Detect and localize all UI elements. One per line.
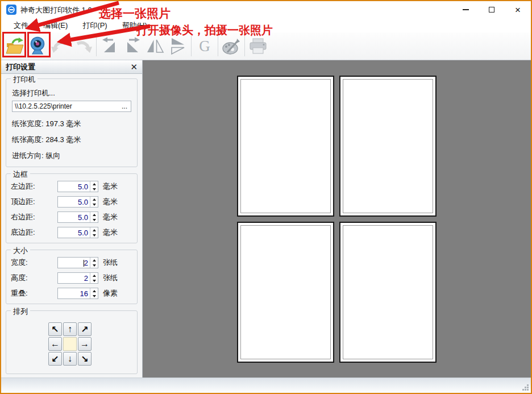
height-row: 高度: 2 张纸: [11, 272, 132, 284]
rotate-left-button[interactable]: [98, 34, 121, 58]
overlap-row: 重叠: 16 像素: [11, 288, 132, 299]
margins-group: 边框 左边距: 5.0 毫米 顶边距: 5.0: [6, 173, 138, 243]
preview-page-4: [339, 222, 437, 363]
toolbar-separator: [244, 36, 245, 56]
redo-button[interactable]: [72, 34, 94, 58]
spin-down-button[interactable]: [90, 202, 98, 207]
spin-down-button[interactable]: [90, 293, 98, 298]
panel-header: 打印设置 ✕: [1, 60, 142, 74]
arrange-right-button[interactable]: →: [78, 337, 92, 351]
page-margin-guide: [343, 225, 433, 359]
rotate-left-icon: [101, 37, 119, 55]
print-settings-panel: 打印设置 ✕ 打印机 选择打印机... \\10.2.5.225\printer…: [1, 60, 143, 378]
spin-up-button[interactable]: [90, 258, 98, 263]
paper-height-row: 纸张高度: 284.3 毫米: [12, 135, 131, 145]
margins-group-caption: 边框: [11, 169, 30, 180]
minimize-button[interactable]: [452, 1, 479, 18]
redo-icon: [73, 37, 93, 55]
print-button[interactable]: [247, 34, 269, 58]
panel-close-icon[interactable]: ✕: [130, 62, 138, 72]
maximize-icon: [489, 7, 494, 13]
arrange-up-right-button[interactable]: ↗: [78, 322, 92, 336]
page-margin-guide: [240, 225, 331, 359]
size-group-caption: 大小: [11, 246, 30, 256]
arrange-up-button[interactable]: ↑: [63, 322, 77, 336]
main-area: 打印设置 ✕ 打印机 选择打印机... \\10.2.5.225\printer…: [1, 60, 531, 378]
top-margin-field[interactable]: 5.0: [57, 196, 98, 208]
spin-down-button[interactable]: [90, 217, 98, 222]
open-camera-button[interactable]: [26, 34, 49, 58]
menu-help[interactable]: 帮助(H): [117, 19, 153, 32]
app-window: 神奇大图打印软件 1.0 × 文件 编辑(E) 打印(P) 帮助(H): [0, 0, 532, 394]
printer-group: 打印机 选择打印机... \\10.2.5.225\printer ... 纸张…: [6, 78, 138, 167]
browse-printer-button[interactable]: ...: [120, 102, 128, 110]
select-printer-link[interactable]: 选择打印机...: [12, 88, 131, 98]
arrange-group-caption: 排列: [11, 306, 30, 317]
right-margin-field[interactable]: 5.0: [57, 211, 98, 223]
spin-down-button[interactable]: [90, 233, 98, 238]
toolbar: G: [1, 32, 531, 60]
arrange-left-button[interactable]: ←: [48, 337, 62, 351]
height-field[interactable]: 2: [57, 272, 98, 284]
spin-down-button[interactable]: [90, 186, 98, 192]
spin-up-button[interactable]: [90, 197, 98, 202]
bottom-margin-field[interactable]: 5.0: [57, 227, 98, 238]
resize-grip[interactable]: [522, 384, 529, 391]
paper-width-row: 纸张宽度: 197.3 毫米: [12, 119, 131, 129]
preview-canvas: [143, 60, 531, 378]
arrange-down-left-button[interactable]: ↙: [48, 352, 62, 366]
page-margin-guide: [240, 79, 331, 213]
toolbar-separator: [191, 36, 192, 56]
print-icon: [248, 37, 268, 55]
arrange-center-cell: [63, 337, 77, 351]
maximize-button[interactable]: [479, 1, 505, 18]
toolbar-separator: [96, 36, 97, 56]
spin-up-button[interactable]: [90, 212, 98, 217]
toolbar-separator: [218, 36, 218, 56]
overlap-field[interactable]: 16: [57, 288, 98, 299]
grayscale-icon: G: [199, 38, 210, 55]
close-button[interactable]: ×: [505, 1, 531, 18]
open-image-button[interactable]: [3, 34, 26, 58]
panel-body: 打印机 选择打印机... \\10.2.5.225\printer ... 纸张…: [1, 74, 142, 378]
spin-down-button[interactable]: [90, 278, 98, 283]
grayscale-button[interactable]: G: [193, 34, 216, 58]
left-margin-row: 左边距: 5.0 毫米: [11, 181, 132, 192]
menu-print[interactable]: 打印(P): [77, 19, 113, 32]
right-margin-row: 右边距: 5.0 毫米: [11, 211, 132, 223]
menu-edit[interactable]: 编辑(E): [38, 19, 73, 32]
preview-page-1: [237, 76, 334, 217]
arrange-down-right-button[interactable]: ↘: [78, 352, 92, 366]
rotate-right-button[interactable]: [121, 34, 144, 58]
undo-button[interactable]: [49, 34, 72, 58]
arrange-pad: ↖ ↑ ↗ ← → ↙ ↓ ↘: [48, 322, 132, 366]
width-row: 宽度: 2 张纸: [11, 257, 132, 268]
spin-up-button[interactable]: [90, 181, 98, 186]
left-margin-field[interactable]: 5.0: [57, 181, 98, 192]
minimize-icon: [463, 9, 469, 10]
rotate-right-icon: [123, 37, 142, 55]
printer-group-caption: 打印机: [11, 74, 38, 85]
spin-up-button[interactable]: [90, 288, 98, 293]
feed-direction-row: 进纸方向: 纵向: [12, 151, 131, 161]
close-icon: ×: [515, 5, 521, 15]
flip-horizontal-icon: [146, 37, 164, 55]
undo-icon: [51, 37, 70, 55]
spin-up-button[interactable]: [90, 273, 98, 278]
menu-file[interactable]: 文件: [8, 19, 34, 32]
palette-icon: [222, 37, 241, 55]
flip-vertical-button[interactable]: [167, 34, 189, 58]
width-field[interactable]: 2: [57, 257, 98, 268]
printer-path-field[interactable]: \\10.2.5.225\printer ...: [12, 101, 131, 112]
app-icon: [6, 5, 16, 15]
arrange-down-button[interactable]: ↓: [63, 352, 77, 366]
palette-button[interactable]: [220, 34, 243, 58]
preview-page-2: [339, 76, 437, 217]
arrange-up-left-button[interactable]: ↖: [48, 322, 62, 336]
flip-horizontal-button[interactable]: [144, 34, 167, 58]
spin-up-button[interactable]: [90, 227, 98, 233]
open-camera-icon: [28, 36, 47, 56]
menu-bar: 文件 编辑(E) 打印(P) 帮助(H): [1, 18, 531, 32]
status-bar: [1, 378, 531, 393]
spin-down-button[interactable]: [90, 263, 98, 268]
